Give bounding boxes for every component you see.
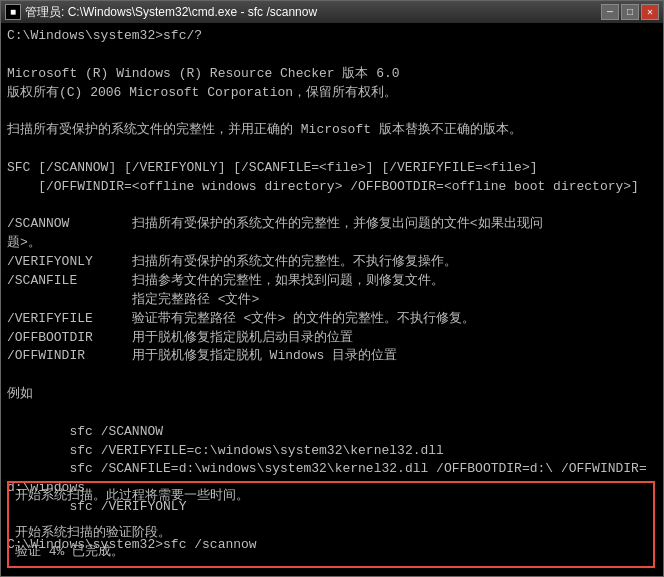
console-main-text: C:\Windows\system32>sfc/? Microsoft (R) …	[7, 27, 657, 555]
title-bar-left: ■ 管理员: C:\Windows\System32\cmd.exe - sfc…	[5, 4, 317, 21]
cmd-icon: ■	[5, 4, 21, 20]
highlight-region: 开始系统扫描。此过程将需要一些时间。 开始系统扫描的验证阶段。 验证 4% 已完…	[7, 481, 655, 568]
window-controls: ─ □ ✕	[601, 4, 659, 20]
highlight-text: 开始系统扫描。此过程将需要一些时间。 开始系统扫描的验证阶段。 验证 4% 已完…	[15, 487, 647, 562]
minimize-button[interactable]: ─	[601, 4, 619, 20]
title-bar: ■ 管理员: C:\Windows\System32\cmd.exe - sfc…	[1, 1, 663, 23]
window-title: 管理员: C:\Windows\System32\cmd.exe - sfc /…	[25, 4, 317, 21]
cmd-window: ■ 管理员: C:\Windows\System32\cmd.exe - sfc…	[0, 0, 664, 577]
console-body: C:\Windows\system32>sfc/? Microsoft (R) …	[1, 23, 663, 576]
close-button[interactable]: ✕	[641, 4, 659, 20]
maximize-button[interactable]: □	[621, 4, 639, 20]
